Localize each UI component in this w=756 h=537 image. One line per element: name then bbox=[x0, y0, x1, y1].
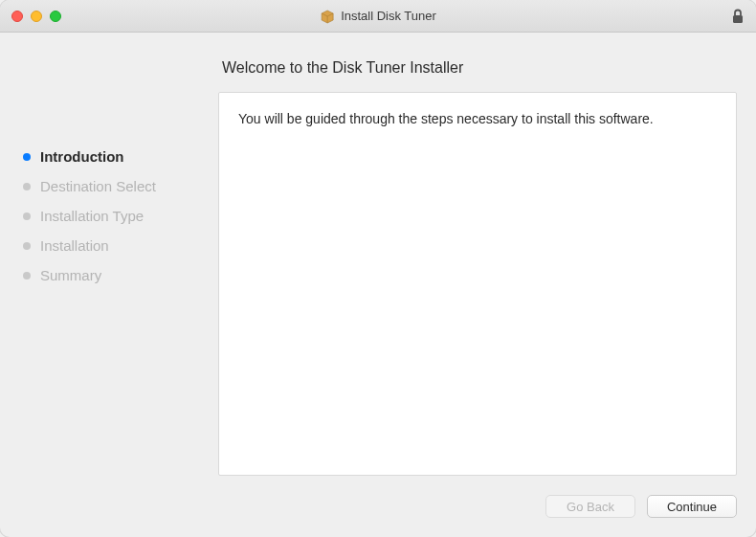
footer: Go Back Continue bbox=[0, 476, 756, 537]
bullet-icon bbox=[23, 153, 31, 161]
step-installation-type: Installation Type bbox=[23, 201, 218, 231]
step-label: Installation Type bbox=[40, 208, 144, 224]
sidebar: Introduction Destination Select Installa… bbox=[0, 50, 218, 476]
content-panel: You will be guided through the steps nec… bbox=[218, 92, 737, 476]
window-title: Install Disk Tuner bbox=[320, 9, 436, 24]
step-label: Installation bbox=[40, 237, 109, 254]
go-back-button: Go Back bbox=[545, 495, 635, 518]
page-heading: Welcome to the Disk Tuner Installer bbox=[218, 50, 737, 92]
bullet-icon bbox=[23, 242, 31, 250]
close-button[interactable] bbox=[11, 11, 23, 22]
step-label: Summary bbox=[40, 267, 101, 283]
bullet-icon bbox=[23, 213, 31, 220]
installer-window: Install Disk Tuner Introduction Destinat… bbox=[0, 0, 756, 537]
step-summary: Summary bbox=[23, 260, 218, 290]
titlebar: Install Disk Tuner bbox=[0, 0, 756, 33]
continue-button[interactable]: Continue bbox=[647, 495, 737, 518]
maximize-button[interactable] bbox=[50, 11, 61, 22]
step-introduction: Introduction bbox=[23, 142, 218, 171]
bullet-icon bbox=[23, 272, 31, 280]
lock-icon[interactable] bbox=[731, 8, 745, 25]
step-label: Destination Select bbox=[40, 178, 156, 194]
body-text: You will be guided through the steps nec… bbox=[238, 110, 717, 129]
step-list: Introduction Destination Select Installa… bbox=[23, 142, 218, 290]
step-destination-select: Destination Select bbox=[23, 171, 218, 201]
step-label: Introduction bbox=[40, 148, 123, 165]
main-panel: Welcome to the Disk Tuner Installer You … bbox=[218, 50, 737, 476]
svg-rect-0 bbox=[733, 15, 743, 23]
step-installation: Installation bbox=[23, 231, 218, 260]
minimize-button[interactable] bbox=[31, 11, 42, 22]
window-title-text: Install Disk Tuner bbox=[341, 9, 436, 23]
bullet-icon bbox=[23, 183, 31, 190]
content-area: Introduction Destination Select Installa… bbox=[0, 33, 756, 476]
package-icon bbox=[320, 9, 335, 24]
traffic-lights bbox=[11, 11, 61, 22]
